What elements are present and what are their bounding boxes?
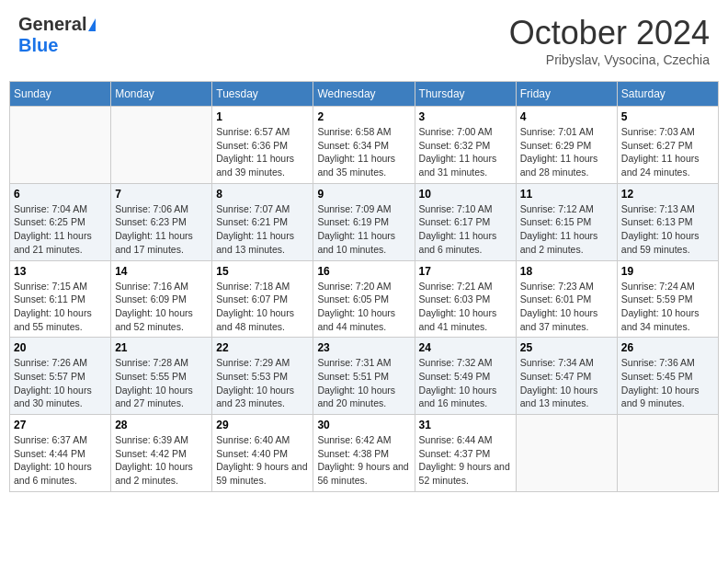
calendar-day-cell: 8Sunrise: 7:07 AMSunset: 6:21 PMDaylight…	[212, 183, 313, 260]
calendar-day-cell	[617, 415, 718, 492]
calendar-day-cell: 24Sunrise: 7:32 AMSunset: 5:49 PMDayligh…	[415, 338, 516, 415]
calendar-day-header: Saturday	[617, 82, 718, 107]
calendar-week-row: 1Sunrise: 6:57 AMSunset: 6:36 PMDaylight…	[10, 107, 719, 184]
calendar-day-header: Sunday	[10, 82, 111, 107]
calendar-day-cell: 14Sunrise: 7:16 AMSunset: 6:09 PMDayligh…	[111, 260, 212, 338]
day-info: Sunrise: 7:28 AMSunset: 5:55 PMDaylight:…	[115, 356, 208, 410]
day-number: 21	[115, 341, 208, 354]
location-text: Pribyslav, Vysocina, Czechia	[509, 52, 710, 67]
day-number: 20	[14, 341, 107, 354]
logo: General Blue	[18, 14, 96, 56]
day-info: Sunrise: 7:16 AMSunset: 6:09 PMDaylight:…	[115, 280, 208, 334]
day-info: Sunrise: 7:07 AMSunset: 6:21 PMDaylight:…	[216, 202, 309, 257]
calendar-day-cell: 1Sunrise: 6:57 AMSunset: 6:36 PMDaylight…	[212, 107, 313, 184]
calendar-day-cell: 10Sunrise: 7:10 AMSunset: 6:17 PMDayligh…	[415, 183, 516, 260]
day-info: Sunrise: 7:31 AMSunset: 5:51 PMDaylight:…	[317, 356, 410, 410]
calendar-day-cell: 31Sunrise: 6:44 AMSunset: 4:37 PMDayligh…	[415, 415, 516, 492]
day-number: 26	[621, 341, 714, 354]
calendar-day-cell: 20Sunrise: 7:26 AMSunset: 5:57 PMDayligh…	[10, 338, 111, 415]
calendar-day-header: Wednesday	[313, 82, 415, 107]
day-info: Sunrise: 7:20 AMSunset: 6:05 PMDaylight:…	[317, 280, 410, 334]
calendar-day-cell: 16Sunrise: 7:20 AMSunset: 6:05 PMDayligh…	[313, 260, 415, 338]
day-number: 2	[317, 110, 410, 123]
day-number: 7	[115, 188, 208, 201]
day-number: 15	[216, 265, 309, 278]
month-title: October 2024	[509, 14, 710, 52]
calendar-day-cell: 4Sunrise: 7:01 AMSunset: 6:29 PMDaylight…	[516, 107, 617, 184]
day-number: 5	[621, 110, 714, 123]
day-number: 22	[216, 341, 309, 354]
calendar-week-row: 13Sunrise: 7:15 AMSunset: 6:11 PMDayligh…	[10, 260, 719, 338]
day-info: Sunrise: 7:21 AMSunset: 6:03 PMDaylight:…	[419, 280, 512, 334]
day-number: 28	[115, 419, 208, 431]
day-info: Sunrise: 7:34 AMSunset: 5:47 PMDaylight:…	[520, 356, 613, 410]
day-number: 13	[14, 265, 107, 278]
day-info: Sunrise: 6:37 AMSunset: 4:44 PMDaylight:…	[14, 433, 107, 488]
calendar-day-cell: 9Sunrise: 7:09 AMSunset: 6:19 PMDaylight…	[313, 183, 415, 260]
calendar-day-cell: 22Sunrise: 7:29 AMSunset: 5:53 PMDayligh…	[212, 338, 313, 415]
day-info: Sunrise: 6:40 AMSunset: 4:40 PMDaylight:…	[216, 433, 309, 488]
day-number: 12	[621, 188, 714, 201]
calendar-day-cell: 2Sunrise: 6:58 AMSunset: 6:34 PMDaylight…	[313, 107, 415, 184]
day-info: Sunrise: 7:12 AMSunset: 6:15 PMDaylight:…	[520, 202, 613, 257]
calendar-week-row: 6Sunrise: 7:04 AMSunset: 6:25 PMDaylight…	[10, 183, 719, 260]
calendar-day-cell: 5Sunrise: 7:03 AMSunset: 6:27 PMDaylight…	[617, 107, 718, 184]
calendar-day-header: Monday	[111, 82, 212, 107]
day-info: Sunrise: 7:04 AMSunset: 6:25 PMDaylight:…	[14, 202, 107, 257]
calendar-day-header: Tuesday	[212, 82, 313, 107]
day-number: 11	[520, 188, 613, 201]
calendar-day-cell: 6Sunrise: 7:04 AMSunset: 6:25 PMDaylight…	[10, 183, 111, 260]
calendar-day-cell: 11Sunrise: 7:12 AMSunset: 6:15 PMDayligh…	[516, 183, 617, 260]
day-info: Sunrise: 6:58 AMSunset: 6:34 PMDaylight:…	[317, 125, 410, 179]
logo-general-text: General	[18, 14, 86, 35]
day-info: Sunrise: 7:00 AMSunset: 6:32 PMDaylight:…	[419, 125, 512, 179]
calendar-header-row: SundayMondayTuesdayWednesdayThursdayFrid…	[10, 82, 719, 107]
page-header: General Blue October 2024 Pribyslav, Vys…	[9, 9, 719, 72]
day-info: Sunrise: 6:57 AMSunset: 6:36 PMDaylight:…	[216, 125, 309, 179]
calendar-day-cell: 17Sunrise: 7:21 AMSunset: 6:03 PMDayligh…	[415, 260, 516, 338]
calendar-day-cell: 30Sunrise: 6:42 AMSunset: 4:38 PMDayligh…	[313, 415, 415, 492]
day-number: 23	[317, 341, 410, 354]
day-number: 3	[419, 110, 512, 123]
calendar-day-cell: 25Sunrise: 7:34 AMSunset: 5:47 PMDayligh…	[516, 338, 617, 415]
calendar-day-cell	[516, 415, 617, 492]
logo-blue-text: Blue	[18, 35, 58, 56]
calendar-day-header: Friday	[516, 82, 617, 107]
day-number: 19	[621, 265, 714, 278]
day-info: Sunrise: 7:26 AMSunset: 5:57 PMDaylight:…	[14, 356, 107, 410]
day-number: 8	[216, 188, 309, 201]
calendar-table: SundayMondayTuesdayWednesdayThursdayFrid…	[9, 81, 719, 492]
calendar-day-cell: 12Sunrise: 7:13 AMSunset: 6:13 PMDayligh…	[617, 183, 718, 260]
day-number: 16	[317, 265, 410, 278]
calendar-day-cell: 15Sunrise: 7:18 AMSunset: 6:07 PMDayligh…	[212, 260, 313, 338]
calendar-day-cell: 28Sunrise: 6:39 AMSunset: 4:42 PMDayligh…	[111, 415, 212, 492]
calendar-week-row: 20Sunrise: 7:26 AMSunset: 5:57 PMDayligh…	[10, 338, 719, 415]
calendar-day-header: Thursday	[415, 82, 516, 107]
day-number: 14	[115, 265, 208, 278]
day-info: Sunrise: 7:32 AMSunset: 5:49 PMDaylight:…	[419, 356, 512, 410]
day-info: Sunrise: 7:29 AMSunset: 5:53 PMDaylight:…	[216, 356, 309, 410]
day-info: Sunrise: 7:15 AMSunset: 6:11 PMDaylight:…	[14, 280, 107, 334]
day-number: 10	[419, 188, 512, 201]
calendar-day-cell	[111, 107, 212, 184]
day-info: Sunrise: 7:09 AMSunset: 6:19 PMDaylight:…	[317, 202, 410, 257]
day-number: 24	[419, 341, 512, 354]
day-info: Sunrise: 7:06 AMSunset: 6:23 PMDaylight:…	[115, 202, 208, 257]
day-number: 6	[14, 188, 107, 201]
day-number: 18	[520, 265, 613, 278]
day-info: Sunrise: 7:01 AMSunset: 6:29 PMDaylight:…	[520, 125, 613, 179]
title-area: October 2024 Pribyslav, Vysocina, Czechi…	[509, 14, 710, 67]
calendar-day-cell: 21Sunrise: 7:28 AMSunset: 5:55 PMDayligh…	[111, 338, 212, 415]
calendar-day-cell: 26Sunrise: 7:36 AMSunset: 5:45 PMDayligh…	[617, 338, 718, 415]
day-info: Sunrise: 7:18 AMSunset: 6:07 PMDaylight:…	[216, 280, 309, 334]
day-number: 25	[520, 341, 613, 354]
day-info: Sunrise: 7:03 AMSunset: 6:27 PMDaylight:…	[621, 125, 714, 179]
day-info: Sunrise: 6:42 AMSunset: 4:38 PMDaylight:…	[317, 433, 410, 488]
calendar-day-cell: 19Sunrise: 7:24 AMSunset: 5:59 PMDayligh…	[617, 260, 718, 338]
logo-triangle-icon	[88, 18, 96, 31]
day-number: 9	[317, 188, 410, 201]
calendar-day-cell: 3Sunrise: 7:00 AMSunset: 6:32 PMDaylight…	[415, 107, 516, 184]
day-info: Sunrise: 7:13 AMSunset: 6:13 PMDaylight:…	[621, 202, 714, 257]
day-info: Sunrise: 6:44 AMSunset: 4:37 PMDaylight:…	[419, 433, 512, 488]
day-info: Sunrise: 7:24 AMSunset: 5:59 PMDaylight:…	[621, 280, 714, 334]
